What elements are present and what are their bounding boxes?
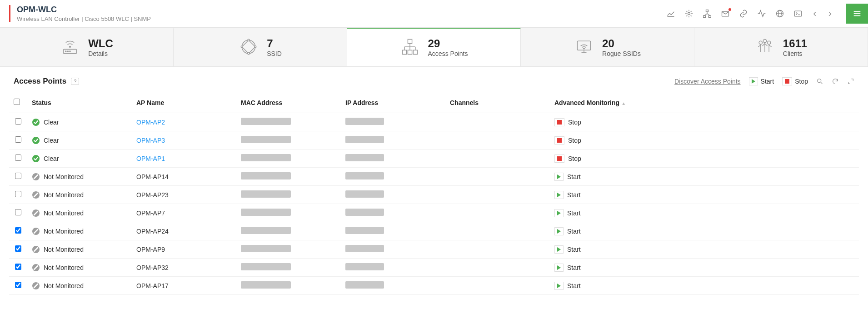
- svg-rect-35: [408, 40, 412, 44]
- col-status[interactable]: Status: [27, 92, 132, 113]
- svg-point-34: [241, 46, 243, 48]
- ap-name: OPM-AP7: [136, 209, 165, 217]
- svg-point-48: [759, 41, 762, 44]
- row-start-button[interactable]: Start: [554, 264, 854, 272]
- row-checkbox[interactable]: [15, 209, 21, 215]
- perf-chart-icon[interactable]: [666, 9, 676, 19]
- table-row: Not MonitoredOPM-AP24Start: [9, 222, 859, 240]
- status-clear-icon: [32, 155, 40, 163]
- help-button[interactable]: ?: [71, 78, 79, 85]
- col-channels[interactable]: Channels: [445, 92, 550, 113]
- tab-value: 7: [267, 38, 282, 50]
- row-checkbox[interactable]: [15, 191, 21, 197]
- svg-rect-11: [703, 15, 706, 17]
- status-not-monitored-icon: [32, 282, 40, 290]
- tab-rogue-ssids[interactable]: 20 Rogue SSIDs: [521, 28, 694, 66]
- row-checkbox[interactable]: [15, 245, 21, 252]
- tab-label: Clients: [783, 50, 807, 57]
- row-stop-button[interactable]: Stop: [554, 136, 854, 145]
- status-not-monitored-icon: [32, 209, 40, 217]
- bulk-stop-button[interactable]: Stop: [782, 77, 808, 85]
- status-cell: Not Monitored: [32, 191, 127, 199]
- row-checkbox[interactable]: [15, 118, 21, 125]
- row-checkbox[interactable]: [15, 264, 21, 270]
- svg-point-28: [67, 51, 68, 52]
- mail-icon[interactable]: [720, 9, 730, 19]
- row-start-button[interactable]: Start: [554, 209, 854, 217]
- nav-next-icon[interactable]: ›: [827, 8, 833, 20]
- channels-cell: [445, 277, 550, 295]
- page-title: OPM-WLC: [17, 5, 151, 15]
- action-label: Stop: [568, 155, 581, 162]
- tab-label: SSID: [267, 50, 282, 57]
- table-row: Not MonitoredOPM-AP17Start: [9, 277, 859, 295]
- discover-access-points-link[interactable]: Discover Access Points: [674, 78, 741, 85]
- refresh-icon[interactable]: [832, 78, 839, 85]
- status-label: Clear: [44, 155, 59, 162]
- ap-name[interactable]: OPM-AP2: [136, 119, 165, 126]
- row-start-button[interactable]: Start: [554, 227, 854, 235]
- tab-value: 1611: [783, 38, 807, 50]
- status-label: Not Monitored: [44, 228, 84, 235]
- tab-ssid[interactable]: 7 SSID: [174, 28, 347, 66]
- nav-prev-icon[interactable]: ‹: [811, 8, 818, 20]
- table-row: Not MonitoredOPM-AP23Start: [9, 186, 859, 204]
- ip-address-redacted: [345, 154, 384, 161]
- row-start-button[interactable]: Start: [554, 173, 854, 181]
- ap-name[interactable]: OPM-AP3: [136, 137, 165, 144]
- svg-rect-36: [402, 50, 406, 54]
- col-mac[interactable]: MAC Address: [236, 92, 341, 113]
- row-checkbox[interactable]: [15, 227, 21, 234]
- row-start-button[interactable]: Start: [554, 282, 854, 290]
- svg-point-30: [242, 40, 255, 53]
- page-header: OPM-WLC Wireless LAN Controller | Cisco …: [0, 0, 868, 28]
- table-row: ClearOPM-AP3Stop: [9, 131, 859, 150]
- action-label: Start: [567, 246, 581, 253]
- globe-icon[interactable]: [775, 9, 785, 19]
- action-label: Stop: [568, 119, 581, 126]
- terminal-icon[interactable]: [793, 9, 803, 19]
- status-not-monitored-icon: [32, 264, 40, 272]
- svg-point-47: [584, 48, 584, 49]
- row-checkbox[interactable]: [15, 282, 21, 288]
- col-ap-name[interactable]: AP Name: [132, 92, 236, 113]
- topology-icon[interactable]: [702, 9, 712, 19]
- action-label: Start: [567, 282, 581, 289]
- section-title: Access Points: [14, 77, 66, 86]
- row-checkbox[interactable]: [15, 155, 21, 161]
- col-ip[interactable]: IP Address: [341, 92, 445, 113]
- ip-address-redacted: [345, 172, 384, 179]
- alert-icon[interactable]: [684, 9, 694, 19]
- channels-cell: [445, 222, 550, 240]
- status-cell: Not Monitored: [32, 282, 127, 290]
- ap-name[interactable]: OPM-AP1: [136, 155, 165, 162]
- menu-button[interactable]: [846, 4, 868, 24]
- col-advanced[interactable]: Advanced Monitoring▲: [550, 92, 859, 113]
- row-start-button[interactable]: Start: [554, 245, 854, 254]
- tab-label: Details: [88, 50, 113, 57]
- tab-wlc-details[interactable]: WLC Details: [0, 28, 174, 66]
- svg-point-1: [688, 13, 690, 15]
- row-checkbox[interactable]: [15, 173, 21, 179]
- bulk-start-button[interactable]: Start: [749, 77, 774, 85]
- channels-cell: [445, 259, 550, 277]
- link-icon[interactable]: [738, 9, 748, 19]
- action-label: Stop: [568, 137, 581, 144]
- tab-access-points[interactable]: 29 Access Points: [347, 28, 521, 66]
- table-row: ClearOPM-AP1Stop: [9, 150, 859, 168]
- row-checkbox[interactable]: [15, 136, 21, 143]
- activity-icon[interactable]: [757, 9, 767, 19]
- tab-text: WLC Details: [88, 38, 113, 57]
- status-label: Not Monitored: [44, 282, 84, 289]
- search-icon[interactable]: [816, 78, 823, 85]
- row-start-button[interactable]: Start: [554, 191, 854, 199]
- play-icon: [557, 193, 561, 197]
- tab-text: 29 Access Points: [428, 38, 468, 57]
- row-stop-button[interactable]: Stop: [554, 155, 854, 163]
- status-cell: Clear: [32, 118, 127, 126]
- select-all-checkbox[interactable]: [14, 99, 20, 105]
- row-stop-button[interactable]: Stop: [554, 118, 854, 126]
- play-icon: [557, 174, 561, 179]
- expand-icon[interactable]: [847, 78, 854, 85]
- tab-clients[interactable]: 1611 Clients: [694, 28, 868, 66]
